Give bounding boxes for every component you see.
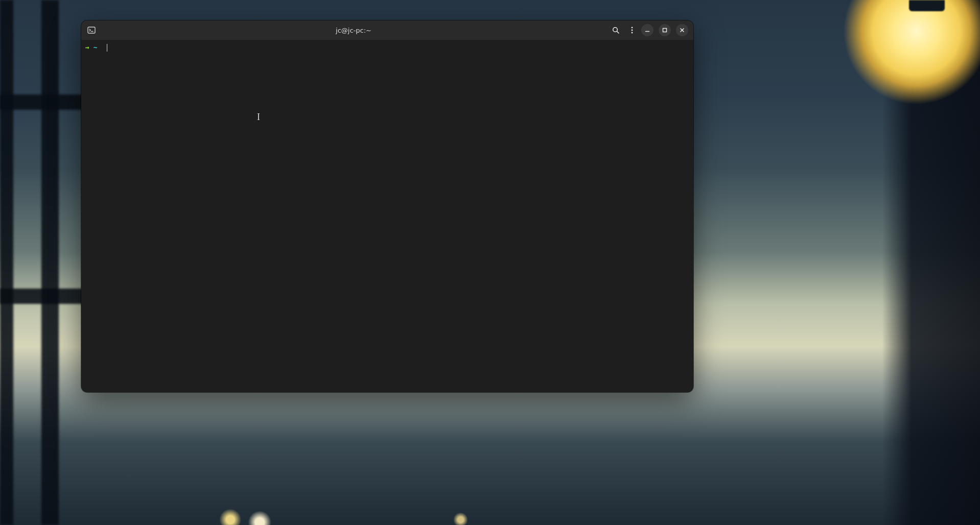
wallpaper-frame-bar bbox=[41, 0, 59, 525]
close-button[interactable] bbox=[676, 24, 688, 36]
svg-line-3 bbox=[617, 31, 619, 33]
terminal-body[interactable]: → ~ I bbox=[81, 40, 693, 392]
minimize-button[interactable] bbox=[641, 24, 654, 36]
mouse-ibeam-cursor: I bbox=[257, 112, 260, 122]
wallpaper-lamp-cap bbox=[909, 0, 945, 11]
menu-button[interactable] bbox=[625, 23, 639, 37]
titlebar[interactable]: jc@jc-pc:~ bbox=[81, 20, 693, 40]
window-title: jc@jc-pc:~ bbox=[99, 27, 609, 34]
maximize-button[interactable] bbox=[659, 24, 671, 36]
search-button[interactable] bbox=[609, 23, 623, 37]
wallpaper-frame-bar bbox=[0, 0, 13, 525]
close-icon bbox=[679, 27, 685, 33]
minimize-icon bbox=[644, 27, 650, 33]
svg-rect-8 bbox=[663, 29, 667, 32]
terminal-window[interactable]: jc@jc-pc:~ bbox=[81, 20, 693, 392]
kebab-menu-icon bbox=[628, 26, 636, 34]
svg-point-5 bbox=[632, 30, 633, 31]
svg-point-4 bbox=[632, 27, 633, 29]
svg-rect-0 bbox=[88, 27, 95, 33]
prompt-line: → ~ bbox=[85, 43, 689, 52]
maximize-icon bbox=[662, 27, 668, 33]
text-cursor bbox=[107, 44, 107, 52]
svg-point-6 bbox=[632, 32, 633, 34]
prompt-cwd: ~ bbox=[94, 43, 98, 52]
prompt-arrow: → bbox=[85, 43, 89, 52]
terminal-app-icon bbox=[84, 23, 99, 37]
search-icon bbox=[612, 26, 620, 34]
